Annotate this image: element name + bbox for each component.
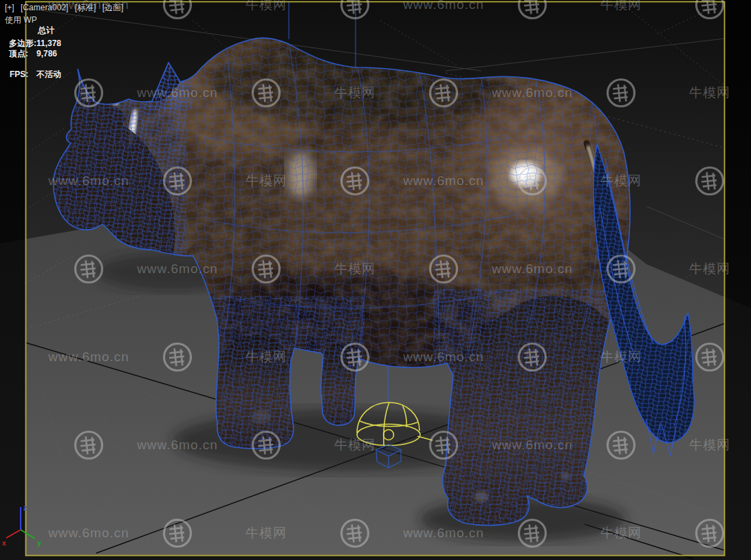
viewport-menu-pov[interactable]: [Camera002] <box>21 3 68 12</box>
statistics-panel: 总计 多边形: 11,378 顶点: 9,786 <box>9 25 91 67</box>
viewport-menu-general[interactable]: [+] <box>5 3 14 12</box>
axis-x-label: x <box>2 539 6 547</box>
stats-total-label: 总计 <box>38 25 54 35</box>
max-viewport[interactable]: x y z [+] [Camera002] [标准] [边面] 使用 WP 总计… <box>0 0 751 560</box>
fps-label: FPS: <box>10 69 28 79</box>
viewport-menu-shading[interactable]: [边面] <box>102 3 124 12</box>
stats-polys-value: 11,378 <box>36 39 61 48</box>
stats-verts-value: 9,786 <box>36 49 57 58</box>
viewport-label[interactable]: [+] [Camera002] [标准] [边面] <box>5 3 127 12</box>
stats-verts-label: 顶点: <box>9 49 28 58</box>
fps-value: 不活动 <box>36 69 61 79</box>
fps-indicator: FPS: 不活动 <box>10 69 92 80</box>
scene-canvas: x y z <box>0 0 751 560</box>
axis-z-label: z <box>23 504 27 512</box>
use-wp-indicator: 使用 WP <box>5 15 37 25</box>
axis-y-label: y <box>37 539 41 547</box>
stats-polys-label: 多边形: <box>9 39 36 48</box>
viewport-menu-style[interactable]: [标准] <box>75 3 96 12</box>
